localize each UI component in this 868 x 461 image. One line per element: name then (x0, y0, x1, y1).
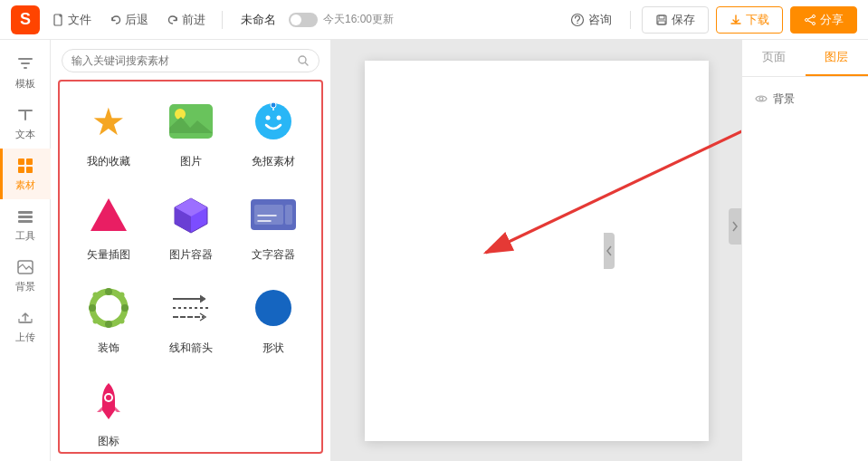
search-icon[interactable] (297, 54, 310, 67)
svg-rect-20 (18, 220, 33, 223)
grid-item-favorites[interactable]: ★ 我的收藏 (69, 85, 148, 175)
grid-item-photo-container[interactable]: 图片容器 (151, 178, 230, 268)
grid-item-vector[interactable]: 矢量插图 (69, 178, 148, 268)
svg-point-48 (255, 290, 291, 326)
svg-rect-23 (169, 104, 213, 139)
auto-save-label: 今天16:00更新 (323, 12, 394, 27)
right-content: 背景 (742, 77, 868, 121)
grid-item-free[interactable]: 免抠素材 (234, 85, 312, 175)
smile-icon (246, 94, 300, 149)
svg-point-26 (265, 116, 270, 120)
svg-point-37 (105, 288, 112, 295)
undo-icon (110, 14, 122, 26)
svg-rect-17 (26, 167, 33, 173)
tab-page[interactable]: 页面 (742, 40, 806, 76)
svg-line-52 (485, 120, 741, 253)
save-icon (655, 14, 668, 26)
grid-item-shapes[interactable]: 形状 (234, 272, 312, 361)
grid-item-text-container[interactable]: 文字容器 (234, 178, 312, 268)
undo-button[interactable]: 后退 (104, 8, 154, 32)
cube-icon (164, 187, 218, 242)
svg-rect-13 (24, 110, 26, 120)
svg-point-53 (759, 97, 763, 101)
triangle-icon (81, 187, 136, 242)
text-icon (15, 105, 35, 125)
background-icon (15, 257, 35, 277)
svg-rect-14 (18, 158, 24, 165)
svg-rect-19 (18, 216, 33, 218)
share-button[interactable]: 分享 (790, 6, 857, 34)
svg-point-43 (92, 319, 98, 324)
sidebar-item-upload[interactable]: 上传 (0, 301, 51, 351)
svg-rect-18 (18, 211, 33, 214)
photo-container-label: 图片容器 (169, 247, 213, 263)
grid-item-lines-arrows[interactable]: 线和箭头 (151, 272, 230, 361)
svg-rect-4 (659, 15, 664, 19)
main-layout: 模板 文本 素材 (0, 40, 868, 461)
sidebar-label-tool: 工具 (15, 229, 35, 243)
decoration-label: 装饰 (98, 341, 119, 356)
redo-icon (167, 14, 179, 26)
arrow-overlay (331, 61, 741, 462)
auto-save-toggle[interactable]: 今天16:00更新 (289, 12, 394, 27)
save-button[interactable]: 保存 (642, 6, 709, 34)
sidebar-item-background[interactable]: 背景 (0, 250, 51, 301)
favorites-label: 我的收藏 (87, 154, 130, 169)
search-bar[interactable] (62, 49, 320, 72)
sidebar-label-text: 文本 (15, 128, 35, 141)
svg-point-6 (813, 14, 816, 17)
svg-point-27 (276, 116, 281, 120)
svg-point-50 (106, 395, 111, 400)
svg-point-39 (89, 304, 96, 312)
shapes-circle-icon (246, 281, 300, 335)
sidebar-label-template: 模板 (15, 77, 35, 91)
sidebar-item-tool[interactable]: 工具 (0, 199, 51, 250)
sidebar-item-material[interactable]: 素材 (0, 149, 51, 199)
download-button[interactable]: 下载 (716, 6, 783, 34)
tab-layer[interactable]: 图层 (806, 40, 869, 76)
sidebar-label-background: 背景 (15, 280, 35, 293)
search-input[interactable] (72, 54, 291, 67)
document-title: 未命名 (241, 12, 276, 28)
grid-item-photos[interactable]: 图片 (151, 85, 230, 175)
sidebar-item-template[interactable]: 模板 (0, 47, 51, 98)
text-container-label: 文字容器 (252, 247, 295, 263)
right-scroll-button[interactable] (729, 208, 741, 245)
file-button[interactable]: 文件 (47, 8, 97, 32)
tool-icon (15, 206, 35, 226)
consult-label: 咨询 (588, 12, 612, 28)
lines-arrows-label: 线和箭头 (169, 341, 213, 356)
svg-rect-10 (21, 62, 30, 64)
right-panel: 页面 图层 背景 (741, 40, 868, 461)
material-grid: ★ 我的收藏 图片 (58, 80, 323, 454)
svg-point-41 (92, 293, 98, 298)
canvas-page[interactable] (365, 61, 709, 441)
share-icon (804, 14, 816, 26)
redo-label: 前进 (182, 12, 205, 28)
sidebar-item-text[interactable]: 文本 (0, 98, 51, 149)
divider-2 (630, 11, 631, 29)
material-panel: ★ 我的收藏 图片 (51, 40, 331, 461)
panel-collapse-handle[interactable] (604, 233, 615, 269)
chevron-left-icon (606, 245, 612, 256)
redo-button[interactable]: 前进 (161, 8, 211, 32)
consult-icon (570, 13, 585, 27)
upload-icon (15, 308, 35, 328)
app-logo: S (11, 5, 40, 34)
star-icon: ★ (81, 94, 136, 149)
divider-1 (222, 11, 223, 29)
icons-label: 图标 (98, 434, 119, 449)
shapes-label: 形状 (262, 341, 284, 356)
file-icon (52, 14, 65, 26)
grid-item-decoration[interactable]: 装饰 (69, 272, 148, 361)
frame-icon (246, 187, 300, 242)
grid-item-icons[interactable]: 图标 (69, 365, 148, 454)
svg-point-38 (105, 321, 112, 328)
sidebar-label-material: 素材 (15, 178, 35, 192)
toggle-switch[interactable] (289, 13, 318, 27)
svg-rect-16 (18, 167, 24, 173)
consult-button[interactable]: 咨询 (563, 8, 619, 32)
svg-marker-29 (91, 198, 127, 231)
wreath-icon (81, 281, 136, 335)
layer-item-background[interactable]: 背景 (751, 86, 859, 112)
